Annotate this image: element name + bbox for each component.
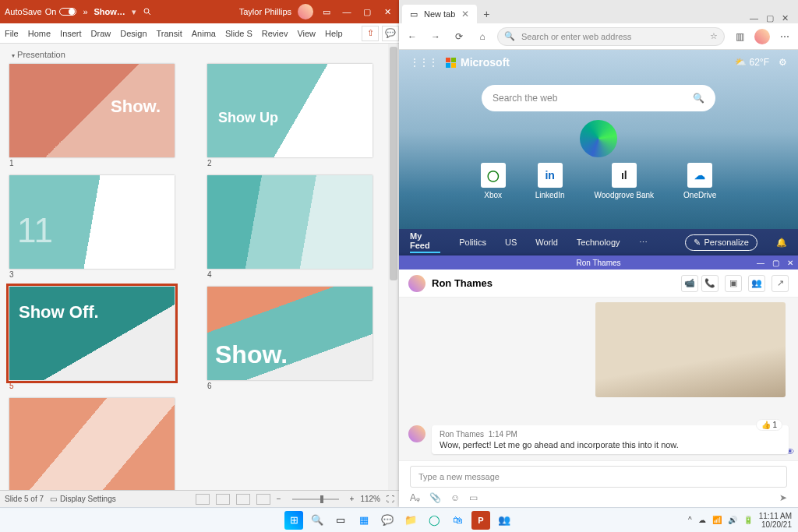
gif-icon[interactable]: ▭ bbox=[469, 492, 478, 503]
format-icon[interactable]: Aᵩ bbox=[410, 492, 420, 503]
widgets-icon[interactable]: ▦ bbox=[355, 511, 373, 530]
normal-view-button[interactable] bbox=[196, 494, 210, 505]
feed-tab-us[interactable]: US bbox=[505, 238, 517, 247]
slide-thumb-6[interactable]: Show.6 bbox=[207, 287, 390, 390]
tab-design[interactable]: Design bbox=[115, 23, 151, 43]
slideshow-view-button[interactable] bbox=[256, 494, 270, 505]
restore-button[interactable]: ▢ bbox=[772, 259, 779, 267]
refresh-button[interactable]: ⟳ bbox=[450, 28, 468, 45]
share-screen-button[interactable]: ▣ bbox=[725, 275, 742, 292]
forward-button[interactable]: → bbox=[427, 28, 444, 45]
scrollbar[interactable] bbox=[388, 44, 399, 490]
zoom-slider[interactable] bbox=[292, 499, 339, 500]
feed-tab-tech[interactable]: Technology bbox=[577, 238, 620, 247]
explorer-icon[interactable]: 📁 bbox=[401, 511, 420, 530]
document-title[interactable]: Show… bbox=[94, 7, 125, 16]
tab-review[interactable]: Reviev bbox=[257, 23, 293, 43]
zoom-level[interactable]: 112% bbox=[360, 495, 380, 503]
teams-icon[interactable]: 👥 bbox=[495, 511, 514, 530]
message-bubble[interactable]: 👍 1 Ron Thames 1:14 PM Wow, perfect! Let… bbox=[432, 425, 789, 454]
attach-icon[interactable]: 📎 bbox=[429, 492, 441, 503]
audio-call-button[interactable]: 📞 bbox=[701, 275, 719, 292]
powerpoint-icon[interactable]: P bbox=[471, 511, 490, 530]
tab-slideshow[interactable]: Slide S bbox=[221, 23, 257, 43]
edge-icon[interactable]: ◯ bbox=[425, 511, 443, 530]
restore-button[interactable]: ▢ bbox=[766, 13, 774, 23]
quicklink-woodgrove[interactable]: ılWoodgrove Bank bbox=[595, 163, 655, 199]
shared-image[interactable] bbox=[595, 302, 786, 397]
ribbon-display-options[interactable]: ▭ bbox=[320, 5, 334, 19]
slide-thumb-5[interactable]: Show Off.5 bbox=[9, 287, 192, 390]
qat-overflow[interactable]: » bbox=[83, 7, 87, 16]
slide-thumb-3[interactable]: 113 bbox=[9, 175, 192, 279]
back-button[interactable]: ← bbox=[404, 28, 421, 45]
tab-insert[interactable]: Insert bbox=[55, 23, 87, 43]
ntp-search-box[interactable]: Search the web 🔍 bbox=[482, 85, 715, 111]
new-tab-button[interactable]: + bbox=[477, 5, 496, 23]
home-button[interactable]: ⌂ bbox=[474, 28, 491, 45]
tab-file[interactable]: File bbox=[0, 23, 23, 43]
task-view-icon[interactable]: ▭ bbox=[331, 511, 350, 530]
fit-to-window[interactable]: ⛶ bbox=[387, 495, 394, 503]
collections-icon[interactable]: ▥ bbox=[731, 28, 748, 45]
restore-button[interactable]: ▢ bbox=[360, 5, 374, 19]
quicklink-xbox[interactable]: ◯Xbox bbox=[481, 163, 506, 199]
notifications-icon[interactable]: 🔔 bbox=[776, 238, 787, 248]
menu-button[interactable]: ⋯ bbox=[776, 28, 793, 45]
personalize-button[interactable]: ✎ Personalize bbox=[685, 234, 757, 251]
close-button[interactable]: ✕ bbox=[782, 13, 789, 23]
battery-icon[interactable]: 🔋 bbox=[743, 516, 753, 524]
feed-tab-politics[interactable]: Politics bbox=[459, 238, 486, 247]
clock[interactable]: 11:11 AM 10/20/21 bbox=[759, 512, 792, 529]
tab-view[interactable]: View bbox=[292, 23, 320, 43]
zoom-in[interactable]: + bbox=[350, 495, 355, 503]
tab-help[interactable]: Help bbox=[320, 23, 348, 43]
search-icon[interactable]: 🔍 bbox=[308, 511, 327, 530]
message-reaction[interactable]: 👍 1 bbox=[756, 419, 782, 431]
minimize-button[interactable]: — bbox=[757, 259, 764, 267]
display-settings[interactable]: ▭ Display Settings bbox=[50, 495, 116, 503]
slide-thumb-1[interactable]: Show.1 bbox=[9, 64, 192, 167]
feed-tab-myfeed[interactable]: My Feed bbox=[410, 231, 440, 253]
reading-view-button[interactable] bbox=[236, 494, 250, 505]
video-call-button[interactable]: 📹 bbox=[681, 275, 698, 292]
slide-thumb-7[interactable]: 7 bbox=[9, 398, 192, 490]
slide-thumb-2[interactable]: Show Up2 bbox=[207, 64, 390, 167]
feed-more[interactable]: ⋯ bbox=[639, 238, 648, 248]
contact-name[interactable]: Ron Thames bbox=[432, 277, 493, 289]
tab-home[interactable]: Home bbox=[23, 23, 55, 43]
tab-draw[interactable]: Draw bbox=[87, 23, 116, 43]
quicklink-onedrive[interactable]: ☁OneDrive bbox=[683, 163, 716, 199]
add-people-button[interactable]: 👥 bbox=[748, 275, 765, 292]
popout-button[interactable]: ↗ bbox=[772, 275, 789, 292]
comments-button[interactable]: 💬 bbox=[382, 26, 399, 41]
tab-close[interactable]: ✕ bbox=[461, 9, 469, 19]
contact-avatar[interactable] bbox=[408, 275, 425, 292]
tab-animations[interactable]: Anima bbox=[187, 23, 221, 43]
favorite-icon[interactable]: ☆ bbox=[710, 31, 718, 41]
search-icon[interactable] bbox=[143, 7, 152, 16]
profile-avatar[interactable] bbox=[754, 29, 770, 44]
wifi-icon[interactable]: 📶 bbox=[712, 516, 722, 524]
feed-tab-world[interactable]: World bbox=[535, 238, 558, 247]
settings-icon[interactable]: ⚙ bbox=[779, 57, 787, 68]
send-button[interactable]: ➤ bbox=[779, 492, 787, 503]
address-bar[interactable]: 🔍 Search or enter web address ☆ bbox=[497, 27, 725, 46]
onedrive-tray-icon[interactable]: ☁ bbox=[698, 516, 706, 524]
chat-icon[interactable]: 💬 bbox=[378, 511, 397, 530]
sorter-view-button[interactable] bbox=[216, 494, 230, 505]
share-button[interactable]: ⇧ bbox=[362, 26, 379, 41]
store-icon[interactable]: 🛍 bbox=[448, 511, 467, 530]
minimize-button[interactable]: — bbox=[750, 13, 758, 23]
user-avatar[interactable] bbox=[298, 4, 313, 19]
emoji-icon[interactable]: ☺ bbox=[450, 492, 460, 503]
autosave-toggle[interactable]: AutoSave On bbox=[5, 7, 76, 16]
quicklink-linkedin[interactable]: inLinkedIn bbox=[535, 163, 565, 199]
tray-chevron-icon[interactable]: ^ bbox=[688, 516, 692, 524]
slide-thumb-4[interactable]: 4 bbox=[207, 175, 390, 279]
weather-widget[interactable]: ⛅ 62°F bbox=[735, 57, 769, 68]
minimize-button[interactable]: — bbox=[340, 5, 354, 19]
message-input[interactable]: Type a new message bbox=[410, 466, 787, 488]
close-button[interactable]: ✕ bbox=[380, 5, 394, 19]
app-launcher-icon[interactable]: ⋮⋮⋮ bbox=[410, 57, 438, 68]
